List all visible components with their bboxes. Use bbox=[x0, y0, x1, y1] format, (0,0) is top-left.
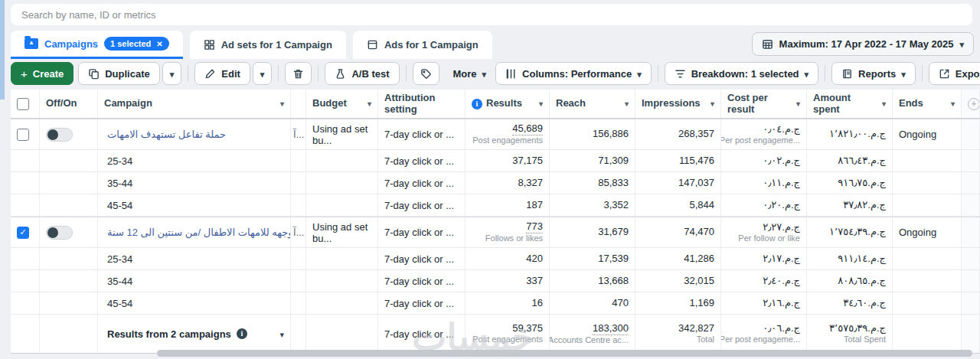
results-value[interactable]: 773 bbox=[526, 220, 543, 233]
spent-value: ج.م.١٬٨٢١٫٠٠ bbox=[829, 128, 886, 140]
breakdown-label: 35-44 bbox=[107, 178, 132, 189]
create-button[interactable]: + Create bbox=[11, 62, 74, 85]
tag-button[interactable] bbox=[413, 62, 439, 85]
duplicate-button[interactable]: Duplicate bbox=[78, 62, 160, 85]
cost-header-label: Cost per result bbox=[727, 93, 793, 116]
date-range-selector[interactable]: Maximum: 17 Apr 2022 - 17 May 2025 bbox=[752, 32, 974, 56]
tab-ads[interactable]: Ads for 1 Campaign bbox=[353, 31, 492, 59]
export-icon bbox=[939, 68, 950, 80]
campaign-name-link[interactable]: حملة تفاعل تستهدف الامهات bbox=[107, 129, 226, 140]
impressions: 5,844 bbox=[635, 194, 721, 216]
edit-menu-button[interactable] bbox=[253, 62, 273, 85]
row-checkbox[interactable] bbox=[17, 227, 29, 239]
impressions-value: 147,037 bbox=[678, 177, 714, 189]
reach-value: 470 bbox=[612, 297, 629, 309]
plus-cell bbox=[962, 270, 980, 292]
more-button[interactable]: More bbox=[444, 62, 496, 85]
header-budget[interactable]: Budget bbox=[306, 90, 378, 118]
sort-caret-icon bbox=[539, 98, 543, 109]
spent-value: ج.م.٣٤٫٦٠ bbox=[843, 297, 886, 309]
campaign-cell: 45-54 bbox=[98, 292, 291, 314]
select-all-checkbox[interactable] bbox=[17, 98, 29, 110]
spent: ج.م.١٬٧٥٤٫٣٩ bbox=[807, 217, 893, 247]
toolbar-right-group: Columns: Performance Breakdown: 1 select… bbox=[495, 62, 980, 85]
tab-campaigns[interactable]: Campaigns 1 selected bbox=[11, 31, 183, 59]
plus-cell bbox=[962, 172, 980, 194]
summary-label-cell: Results from 2 campaigns bbox=[98, 315, 291, 353]
chevron-down-icon bbox=[901, 68, 906, 80]
impressions: 147,037 bbox=[635, 172, 721, 194]
campaign-toggle[interactable] bbox=[46, 128, 73, 142]
sort-caret-icon bbox=[625, 98, 629, 109]
tag-icon bbox=[420, 68, 432, 80]
tab-ad-sets[interactable]: Ad sets for 1 Campaign bbox=[190, 31, 346, 59]
breakdown-button[interactable]: Breakdown: 1 selected bbox=[665, 62, 818, 85]
row-checkbox[interactable] bbox=[17, 129, 29, 141]
cost-value: ج.م.٢٫٤٠ bbox=[763, 275, 800, 287]
header-cost-per-result[interactable]: Cost per result bbox=[721, 90, 807, 118]
summary-reach-value[interactable]: 183,300 bbox=[593, 322, 629, 335]
summary-cost-cell: ج.م.٠٫٠٦Per post engageme... bbox=[721, 315, 807, 353]
summary-row: Results from 2 campaigns 7-day click or … bbox=[11, 315, 980, 353]
impressions-value: 268,357 bbox=[678, 128, 714, 140]
summary-spent-value: ج.م.٣٬٥٧٥٫٣٩ bbox=[829, 322, 886, 335]
cost: ج.م.٠٫٠٢ bbox=[721, 150, 807, 171]
reports-button[interactable]: Reports bbox=[831, 62, 916, 85]
toolbar-divider bbox=[188, 65, 188, 82]
header-impressions[interactable]: Impressions bbox=[635, 90, 721, 118]
reach: 17,539 bbox=[550, 248, 635, 269]
header-campaign[interactable]: Campaign bbox=[98, 90, 291, 118]
ends-cell bbox=[893, 292, 962, 314]
spent: ج.م.٩١٦٫٧٥ bbox=[807, 172, 893, 194]
header-truncated-column bbox=[291, 90, 306, 118]
breakdown-label: Breakdown: 1 selected bbox=[691, 68, 799, 80]
export-button[interactable]: Export bbox=[929, 62, 980, 85]
table-row: حملة تفاعل تستهدف الامهاتآ...Using ad se… bbox=[11, 119, 980, 150]
campaign-cell: 45-54 bbox=[98, 194, 291, 216]
action-toolbar: + Create Duplicate Edit A/B test More bbox=[11, 61, 974, 86]
summary-attribution: 7-day click or ... bbox=[384, 328, 454, 340]
clear-selection-icon[interactable] bbox=[156, 39, 162, 48]
attribution-cell: 7-day click or ... bbox=[378, 248, 466, 269]
header-attribution[interactable]: Attribution setting bbox=[378, 90, 466, 118]
toggle-knob bbox=[47, 227, 58, 238]
ab-test-button[interactable]: A/B test bbox=[325, 62, 399, 85]
duplicate-label: Duplicate bbox=[105, 68, 150, 80]
campaign-name-link[interactable]: إعلان موجهه للامهات الاطفال /من سنتين ال… bbox=[107, 227, 291, 238]
cost-value: ج.م.٠٫١١ bbox=[763, 177, 800, 189]
cost: ج.م.٢٫١٧ bbox=[721, 248, 807, 269]
summary-toggle-cell bbox=[40, 315, 98, 353]
ad-sets-grid-icon bbox=[204, 39, 215, 51]
spent-value: ج.م.٣٧٫٨٢ bbox=[843, 199, 886, 211]
header-results[interactable]: Results bbox=[466, 90, 550, 118]
search-input[interactable] bbox=[21, 9, 962, 21]
plus-cell bbox=[962, 248, 980, 269]
columns-button[interactable]: Columns: Performance bbox=[495, 62, 652, 85]
campaign-toggle[interactable] bbox=[46, 226, 73, 240]
budget-cell bbox=[306, 270, 378, 292]
summary-select-cell bbox=[11, 315, 40, 353]
search-bar bbox=[11, 4, 972, 25]
delete-button[interactable] bbox=[285, 62, 312, 85]
impressions-value: 41,286 bbox=[684, 253, 714, 265]
duplicate-menu-button[interactable] bbox=[162, 62, 182, 85]
header-amount-spent[interactable]: Amount spent bbox=[807, 90, 893, 118]
edit-button[interactable]: Edit bbox=[194, 62, 250, 85]
truncated-cell bbox=[291, 194, 306, 216]
pencil-icon bbox=[204, 68, 216, 80]
table-row: 35-447-day click or ...33713,66832,015ج.… bbox=[11, 270, 980, 292]
results-value[interactable]: 45,689 bbox=[512, 122, 543, 135]
reach-header-label: Reach bbox=[556, 98, 586, 109]
results-sublabel: Post engagements bbox=[472, 135, 543, 146]
row-toggle-cell bbox=[40, 270, 98, 292]
left-edge-accent bbox=[0, 0, 5, 100]
header-ends[interactable]: Ends bbox=[893, 90, 962, 118]
horizontal-scrollbar[interactable] bbox=[157, 350, 972, 357]
info-icon bbox=[237, 328, 247, 339]
header-reach[interactable]: Reach bbox=[550, 90, 635, 118]
summary-menu-icon[interactable] bbox=[279, 328, 284, 340]
summary-attribution-cell: 7-day click or ... bbox=[378, 315, 466, 353]
impressions-header-label: Impressions bbox=[642, 98, 701, 109]
header-add-column[interactable] bbox=[962, 90, 980, 118]
cost-sublabel: Per follow or like bbox=[738, 233, 800, 244]
